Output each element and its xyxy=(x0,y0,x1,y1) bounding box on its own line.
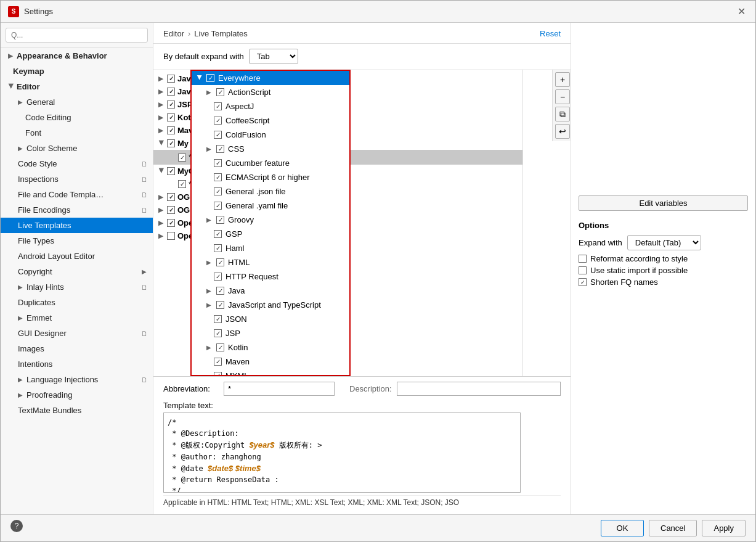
checkbox-maven-overlay[interactable] xyxy=(214,358,222,366)
overlay-item-haml[interactable]: Haml xyxy=(192,241,349,255)
sidebar-item-emmet[interactable]: ▶ Emmet xyxy=(1,310,153,326)
add-template-button[interactable]: + xyxy=(555,72,570,87)
sidebar-item-android-layout-editor[interactable]: Android Layout Editor xyxy=(1,248,153,264)
search-input[interactable] xyxy=(6,28,148,43)
checkbox-js-ts[interactable] xyxy=(216,301,224,309)
sidebar-item-duplicates[interactable]: Duplicates xyxy=(1,295,153,310)
sidebar-item-file-encodings[interactable]: File Encodings 🗋 xyxy=(1,202,153,218)
overlay-item-http-request[interactable]: HTTP Request xyxy=(192,269,349,284)
description-input[interactable] xyxy=(397,382,561,396)
overlay-item-json[interactable]: JSON xyxy=(192,312,349,326)
sidebar-item-inlay-hints[interactable]: ▶ Inlay Hints 🗋 xyxy=(1,279,153,295)
checkbox-html[interactable] xyxy=(216,258,224,266)
checkbox-haml[interactable] xyxy=(214,244,222,252)
revert-template-button[interactable]: ↩ xyxy=(555,124,570,139)
edit-variables-button[interactable]: Edit variables xyxy=(579,195,748,211)
sidebar-item-color-scheme[interactable]: ▶ Color Scheme xyxy=(1,141,153,156)
reformat-checkbox[interactable] xyxy=(579,255,587,263)
ok-button[interactable]: OK xyxy=(601,520,644,536)
sidebar-item-editor[interactable]: ▶ Editor xyxy=(1,79,153,94)
checkbox-css[interactable] xyxy=(216,145,224,153)
sidebar-item-intentions[interactable]: Intentions xyxy=(1,356,153,372)
sidebar-item-code-editing[interactable]: Code Editing xyxy=(1,110,153,125)
sidebar-item-file-code-templates[interactable]: File and Code Templa… 🗋 xyxy=(1,187,153,202)
checkbox-kotlin[interactable] xyxy=(167,113,175,121)
checkbox-groovy[interactable] xyxy=(216,216,224,224)
sidebar-item-language-injections[interactable]: ▶ Language Injections 🗋 xyxy=(1,372,153,387)
checkbox-my[interactable] xyxy=(167,139,175,147)
overlay-item-html[interactable]: ▶ HTML xyxy=(192,255,349,269)
expand-select[interactable]: Tab Enter Space xyxy=(249,49,298,64)
checkbox-http-request[interactable] xyxy=(214,273,222,281)
sidebar-item-code-style[interactable]: Code Style 🗋 xyxy=(1,156,153,171)
checkbox-ognl[interactable] xyxy=(167,193,175,201)
checkbox-java[interactable] xyxy=(216,287,224,295)
checkbox-openapi-json[interactable] xyxy=(167,219,175,227)
apply-button[interactable]: Apply xyxy=(702,520,746,536)
checkbox-everywhere[interactable] xyxy=(206,74,214,82)
sidebar-item-inspections[interactable]: Inspections 🗋 xyxy=(1,171,153,187)
overlay-item-aspectj[interactable]: AspectJ xyxy=(192,99,349,113)
checkbox-openapi-yaml[interactable] xyxy=(167,232,175,240)
sidebar-item-font[interactable]: Font xyxy=(1,125,153,141)
overlay-item-mxml[interactable]: MXML xyxy=(192,369,349,376)
sidebar-item-keymap[interactable]: Keymap xyxy=(1,64,153,79)
reset-link[interactable]: Reset xyxy=(540,29,561,38)
sidebar-item-proofreading[interactable]: ▶ Proofreading xyxy=(1,387,153,403)
overlay-item-actionscript[interactable]: ▶ ActionScript xyxy=(192,85,349,99)
checkbox-coldfusion[interactable] xyxy=(214,131,222,139)
checkbox-ognl-struts[interactable] xyxy=(167,206,175,214)
checkbox-aspectj[interactable] xyxy=(214,102,222,110)
checkbox-mxml[interactable] xyxy=(214,372,222,376)
overlay-item-everywhere[interactable]: ▶ Everywhere xyxy=(192,71,349,85)
checkbox-kotlin-overlay[interactable] xyxy=(216,343,224,351)
checkbox-js-testing[interactable] xyxy=(167,88,175,96)
checkbox-mygroup-star[interactable] xyxy=(178,180,186,188)
shorten-fq-checkbox[interactable] xyxy=(579,278,587,286)
checkbox-my-star[interactable] xyxy=(178,154,186,162)
sidebar-item-images[interactable]: Images xyxy=(1,341,153,356)
overlay-item-js-ts[interactable]: ▶ JavaScript and TypeScript xyxy=(192,298,349,312)
help-button[interactable]: ? xyxy=(10,520,23,532)
sidebar-item-gui-designer[interactable]: GUI Designer 🗋 xyxy=(1,326,153,341)
sidebar-item-file-types[interactable]: File Types xyxy=(1,233,153,248)
remove-template-button[interactable]: − xyxy=(555,89,570,104)
sidebar-item-copyright[interactable]: Copyright ▶ xyxy=(1,264,153,279)
overlay-item-kotlin[interactable]: ▶ Kotlin xyxy=(192,340,349,355)
overlay-item-coffeescript[interactable]: CoffeeScript xyxy=(192,113,349,128)
overlay-item-cucumber[interactable]: Cucumber feature xyxy=(192,156,349,170)
checkbox-mygroup[interactable] xyxy=(167,167,175,175)
checkbox-javascript[interactable] xyxy=(167,75,175,83)
static-import-checkbox[interactable] xyxy=(579,266,587,274)
sidebar-item-textmate-bundles[interactable]: TextMate Bundles xyxy=(1,403,153,418)
checkbox-ecmascript6[interactable] xyxy=(214,173,222,181)
expand-with-select[interactable]: Default (Tab) Tab Enter Space xyxy=(627,235,701,250)
checkbox-general-yaml[interactable] xyxy=(214,202,222,210)
overlay-item-ecmascript6[interactable]: ECMAScript 6 or higher xyxy=(192,170,349,184)
close-button[interactable]: ✕ xyxy=(735,6,748,17)
overlay-item-gsp[interactable]: GSP xyxy=(192,227,349,241)
overlay-item-maven[interactable]: Maven xyxy=(192,355,349,369)
checkbox-maven[interactable] xyxy=(167,126,175,134)
checkbox-actionscript[interactable] xyxy=(216,88,224,96)
checkbox-gsp[interactable] xyxy=(214,230,222,238)
copy-template-button[interactable]: ⧉ xyxy=(555,107,570,121)
overlay-item-groovy[interactable]: ▶ Groovy xyxy=(192,213,349,227)
checkbox-jsp-overlay[interactable] xyxy=(214,329,222,337)
cancel-button[interactable]: Cancel xyxy=(649,520,697,536)
overlay-item-general-json[interactable]: General .json file xyxy=(192,184,349,199)
overlay-item-jsp[interactable]: JSP xyxy=(192,326,349,340)
checkbox-coffeescript[interactable] xyxy=(214,117,222,125)
sidebar-item-general[interactable]: ▶ General xyxy=(1,94,153,110)
overlay-item-general-yaml[interactable]: General .yaml file xyxy=(192,199,349,213)
checkbox-json[interactable] xyxy=(214,315,222,323)
checkbox-general-json[interactable] xyxy=(214,187,222,195)
checkbox-cucumber[interactable] xyxy=(214,159,222,167)
sidebar-item-appearance[interactable]: ▶ Appearance & Behavior xyxy=(1,48,153,64)
overlay-item-coldfusion[interactable]: ColdFusion xyxy=(192,128,349,142)
abbreviation-input[interactable] xyxy=(224,382,335,396)
sidebar-item-live-templates[interactable]: Live Templates xyxy=(1,218,153,233)
overlay-item-java[interactable]: ▶ Java xyxy=(192,284,349,298)
overlay-item-css[interactable]: ▶ CSS xyxy=(192,142,349,156)
checkbox-jsp[interactable] xyxy=(167,101,175,109)
